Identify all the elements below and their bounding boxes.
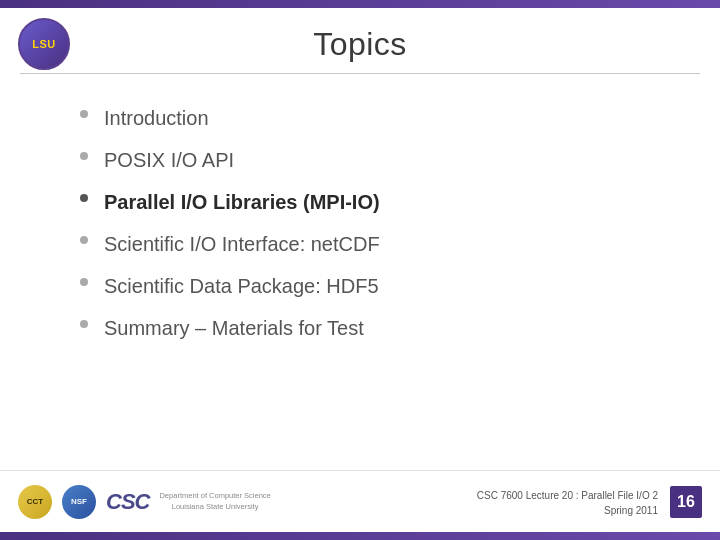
dept-line1: Department of Computer Science (159, 491, 270, 500)
footer-logos: CCT NSF CSC Department of Computer Scien… (18, 485, 271, 519)
lsu-logo: LSU (18, 18, 70, 70)
bullet-text-5: Summary – Materials for Test (104, 314, 364, 342)
cct-logo-text: CCT (27, 497, 43, 506)
bullet-item-2: Parallel I/O Libraries (MPI-IO) (80, 188, 660, 216)
bullet-item-0: Introduction (80, 104, 660, 132)
logo-area: LSU (18, 18, 70, 70)
footer-right: CSC 7600 Lecture 20 : Parallel File I/O … (477, 486, 702, 518)
bullet-text-2: Parallel I/O Libraries (MPI-IO) (104, 188, 380, 216)
csc-logo-text: CSC (106, 489, 149, 515)
bullet-dot-4 (80, 278, 88, 286)
bullet-list: IntroductionPOSIX I/O APIParallel I/O Li… (80, 104, 660, 342)
footer: CCT NSF CSC Department of Computer Scien… (0, 470, 720, 532)
lecture-line1: CSC 7600 Lecture 20 : Parallel File I/O … (477, 490, 658, 501)
nsf-logo-text: NSF (71, 497, 87, 506)
bullet-text-3: Scientific I/O Interface: netCDF (104, 230, 380, 258)
bullet-text-0: Introduction (104, 104, 209, 132)
bullet-dot-0 (80, 110, 88, 118)
header: LSU Topics (0, 8, 720, 73)
bullet-text-1: POSIX I/O API (104, 146, 234, 174)
bottom-bar (0, 532, 720, 540)
bullet-item-5: Summary – Materials for Test (80, 314, 660, 342)
bullet-item-1: POSIX I/O API (80, 146, 660, 174)
nsf-logo: NSF (62, 485, 96, 519)
page-number: 16 (670, 486, 702, 518)
bullet-item-4: Scientific Data Package: HDF5 (80, 272, 660, 300)
footer-lecture-info: CSC 7600 Lecture 20 : Parallel File I/O … (477, 488, 658, 518)
top-bar (0, 0, 720, 8)
footer-dept-info: Department of Computer Science Louisiana… (159, 491, 270, 512)
lecture-line2: Spring 2011 (604, 505, 658, 516)
bullet-dot-3 (80, 236, 88, 244)
cct-logo: CCT (18, 485, 52, 519)
bullet-item-3: Scientific I/O Interface: netCDF (80, 230, 660, 258)
bullet-dot-5 (80, 320, 88, 328)
bullet-text-4: Scientific Data Package: HDF5 (104, 272, 379, 300)
csc-logo-group: CSC (106, 489, 149, 515)
dept-line2: Louisiana State University (172, 502, 259, 511)
lsu-logo-text: LSU (32, 38, 56, 50)
content-area: IntroductionPOSIX I/O APIParallel I/O Li… (0, 74, 720, 470)
bullet-dot-2 (80, 194, 88, 202)
slide-title: Topics (313, 26, 407, 63)
slide: LSU Topics IntroductionPOSIX I/O APIPara… (0, 0, 720, 540)
bullet-dot-1 (80, 152, 88, 160)
